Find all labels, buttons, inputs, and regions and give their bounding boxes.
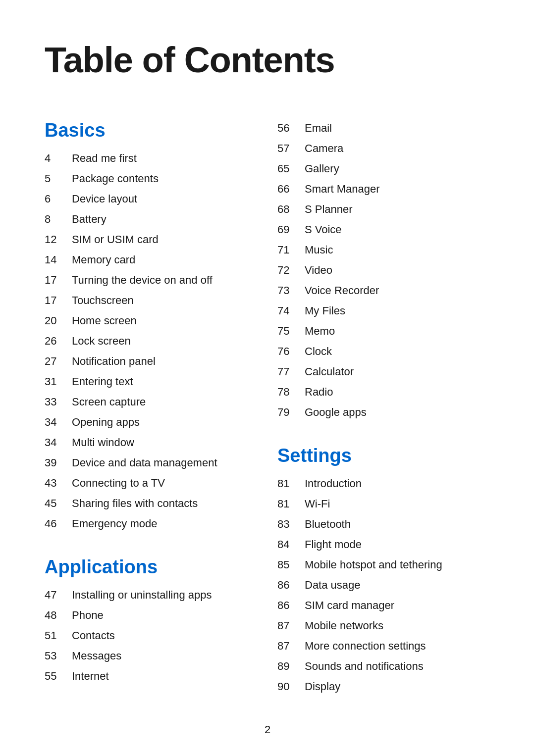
list-item: 86Data usage [277,577,490,593]
page-num: 31 [45,373,72,390]
page-num: 66 [277,181,305,197]
entry-text: Contacts [72,627,115,644]
entry-text: Memo [305,323,335,339]
list-item: 55Internet [45,668,258,684]
entry-text: Calculator [305,363,354,380]
page-num: 34 [45,414,72,430]
list-item: 89Sounds and notifications [277,658,490,674]
list-item: 81Introduction [277,475,490,492]
entry-text: Display [305,678,340,695]
page-num: 43 [45,475,72,491]
list-item: 43Connecting to a TV [45,475,258,491]
list-item: 26Lock screen [45,333,258,349]
page-num: 74 [277,302,305,319]
page-num: 69 [277,221,305,238]
entry-text: Lock screen [72,333,131,349]
entry-text: SIM or USIM card [72,231,159,248]
entry-text: Screen capture [72,394,146,410]
entry-text: Internet [72,668,109,684]
page-num: 72 [277,262,305,278]
page-num: 27 [45,353,72,369]
page-num: 90 [277,678,305,695]
list-item: 90Display [277,678,490,695]
page-num: 87 [277,638,305,654]
entry-text: Turning the device on and off [72,272,213,288]
list-item: 66Smart Manager [277,181,490,197]
list-item: 33Screen capture [45,394,258,410]
page-num: 83 [277,516,305,532]
list-item: 87More connection settings [277,638,490,654]
list-item: 12SIM or USIM card [45,231,258,248]
page-num: 71 [277,242,305,258]
page-num: 77 [277,363,305,380]
page-num: 84 [277,536,305,553]
entry-text: Sounds and notifications [305,658,424,674]
page-num: 48 [45,607,72,623]
list-item: 84Flight mode [277,536,490,553]
settings-list: 81Introduction81Wi-Fi83Bluetooth84Flight… [277,475,490,695]
list-item: 87Mobile networks [277,617,490,634]
page-num: 8 [45,211,72,227]
entry-text: Emergency mode [72,515,157,532]
page-num: 79 [277,404,305,420]
list-item: 46Emergency mode [45,515,258,532]
entry-text: Smart Manager [305,181,380,197]
entry-text: Touchscreen [72,292,134,308]
page-num: 45 [45,495,72,511]
list-item: 17Turning the device on and off [45,272,258,288]
applications-heading: Applications [45,556,258,578]
applications-cont-list: 56Email57Camera65Gallery66Smart Manager6… [277,120,490,420]
page-num: 56 [277,120,305,136]
page-num: 47 [45,587,72,603]
list-item: 75Memo [277,323,490,339]
entry-text: Mobile networks [305,617,383,634]
page-num: 17 [45,272,72,288]
list-item: 57Camera [277,140,490,156]
list-item: 56Email [277,120,490,136]
list-item: 74My Files [277,302,490,319]
entry-text: Flight mode [305,536,362,553]
entry-text: Data usage [305,577,361,593]
list-item: 14Memory card [45,252,258,268]
page-num: 65 [277,160,305,177]
page-num: 26 [45,333,72,349]
page-footer: 2 [0,723,535,736]
list-item: 51Contacts [45,627,258,644]
page-num: 68 [277,201,305,217]
page-num: 86 [277,577,305,593]
entry-text: Clock [305,343,332,359]
list-item: 45Sharing files with contacts [45,495,258,511]
list-item: 47Installing or uninstalling apps [45,587,258,603]
entry-text: Battery [72,211,107,227]
basics-heading: Basics [45,120,258,141]
list-item: 20Home screen [45,312,258,329]
list-item: 65Gallery [277,160,490,177]
page-num: 39 [45,454,72,471]
page-num: 17 [45,292,72,308]
list-item: 71Music [277,242,490,258]
entry-text: More connection settings [305,638,426,654]
page-num: 89 [277,658,305,674]
applications-list: 47Installing or uninstalling apps48Phone… [45,587,258,684]
list-item: 81Wi-Fi [277,496,490,512]
page-num: 5 [45,170,72,187]
entry-text: Device and data management [72,454,217,471]
toc-columns: Basics 4Read me first5Package contents6D… [45,120,490,719]
entry-text: Bluetooth [305,516,351,532]
entry-text: Multi window [72,434,134,451]
entry-text: Messages [72,648,121,664]
page-num: 57 [277,140,305,156]
right-column: 56Email57Camera65Gallery66Smart Manager6… [277,120,490,719]
entry-text: Home screen [72,312,137,329]
list-item: 83Bluetooth [277,516,490,532]
entry-text: Installing or uninstalling apps [72,587,212,603]
entry-text: Phone [72,607,104,623]
list-item: 5Package contents [45,170,258,187]
entry-text: S Planner [305,201,353,217]
list-item: 79Google apps [277,404,490,420]
list-item: 17Touchscreen [45,292,258,308]
list-item: 78Radio [277,384,490,400]
entry-text: Package contents [72,170,159,187]
page-num: 81 [277,496,305,512]
page-num: 76 [277,343,305,359]
